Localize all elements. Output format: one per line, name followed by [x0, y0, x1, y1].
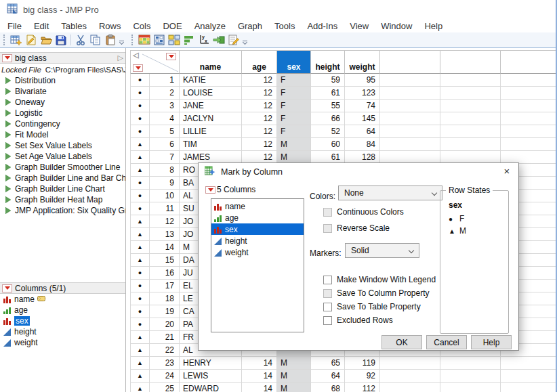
- column-header-sex[interactable]: sex: [277, 51, 311, 74]
- join-tables-icon[interactable]: [211, 33, 226, 47]
- markers-dropdown[interactable]: Solid: [345, 243, 419, 258]
- table-corner-cell[interactable]: ◁: [131, 51, 180, 74]
- row-number[interactable]: 13: [150, 228, 180, 241]
- table-row[interactable]: ● 5 LILLIE 12 F 52 64: [130, 125, 557, 138]
- script-item[interactable]: JMP Application: Six Quality Gra: [0, 205, 125, 216]
- cell-weight[interactable]: 92: [345, 370, 380, 383]
- column-header-name[interactable]: name: [180, 51, 242, 74]
- dialog-column-item-weight[interactable]: weight: [211, 246, 304, 258]
- cell-age[interactable]: 12: [242, 74, 277, 87]
- columns-panel-header[interactable]: Columns (5/1): [0, 282, 125, 294]
- menu-cols[interactable]: Cols: [127, 20, 157, 32]
- cell-weight[interactable]: 112: [345, 383, 380, 392]
- script-item[interactable]: Bivariate: [0, 86, 125, 97]
- new-data-table-icon[interactable]: [9, 33, 24, 47]
- column-item-weight[interactable]: weight: [0, 337, 125, 348]
- cell-age[interactable]: 12: [242, 112, 277, 125]
- cell-sex[interactable]: F: [277, 87, 311, 100]
- cell-sex[interactable]: M: [277, 370, 311, 383]
- cut-icon[interactable]: [73, 33, 88, 47]
- cell-height[interactable]: 61: [311, 87, 345, 100]
- save-icon[interactable]: [54, 33, 68, 47]
- toolbar-grip[interactable]: [131, 35, 135, 45]
- cell-name[interactable]: LOUISE: [180, 87, 242, 100]
- table-menu-icon[interactable]: [2, 54, 12, 62]
- menu-file[interactable]: File: [1, 20, 28, 32]
- menu-addins[interactable]: Add-Ins: [301, 20, 344, 32]
- cell-name[interactable]: TIM: [180, 138, 242, 151]
- row-number[interactable]: 1: [150, 74, 180, 87]
- script-item[interactable]: Graph Builder Smoother Line: [0, 162, 125, 173]
- cell-age[interactable]: 14: [242, 370, 277, 383]
- row-number[interactable]: 5: [150, 125, 180, 138]
- cell-height[interactable]: 68: [311, 383, 345, 392]
- row-number[interactable]: 16: [150, 267, 180, 280]
- column-item-age[interactable]: age: [0, 305, 125, 315]
- columns-corner-menu-icon[interactable]: [166, 53, 176, 60]
- table-row[interactable]: ● 2 LOUISE 12 F 61 123: [130, 87, 557, 100]
- checkbox[interactable]: [323, 289, 332, 298]
- checkbox[interactable]: [323, 303, 332, 311]
- cancel-button[interactable]: Cancel: [426, 335, 467, 349]
- dialog-column-item-sex[interactable]: sex: [211, 223, 304, 235]
- table-row[interactable]: ▲ 6 TIM 12 M 60 84: [130, 138, 557, 151]
- cell-age[interactable]: 12: [242, 125, 277, 138]
- row-number[interactable]: 8: [150, 164, 180, 177]
- collapse-sidebar-icon[interactable]: ▷: [118, 53, 123, 62]
- cell-weight[interactable]: 74: [345, 100, 380, 112]
- row-number[interactable]: 9: [150, 177, 180, 190]
- columns-list-menu-icon[interactable]: [205, 186, 215, 194]
- script-item[interactable]: Contingency: [0, 118, 125, 129]
- row-number[interactable]: 19: [150, 305, 180, 318]
- menu-edit[interactable]: Edit: [28, 20, 55, 32]
- checkbox[interactable]: [323, 224, 332, 233]
- toolbar-overflow-icon[interactable]: [243, 41, 247, 44]
- table-row[interactable]: ● 4 JACLYN 12 F 66 145: [130, 112, 557, 125]
- cell-height[interactable]: 55: [311, 100, 345, 112]
- row-number[interactable]: 4: [150, 112, 180, 125]
- table-panel-header[interactable]: big class ▷: [0, 52, 125, 64]
- row-number[interactable]: 22: [150, 344, 180, 357]
- script-item[interactable]: Set Sex Value Labels: [0, 140, 125, 151]
- row-number[interactable]: 24: [150, 370, 180, 383]
- cell-height[interactable]: 64: [311, 370, 345, 383]
- colors-dropdown[interactable]: None: [338, 186, 442, 200]
- data-table-icon[interactable]: [137, 33, 152, 47]
- cell-weight[interactable]: 145: [345, 112, 380, 125]
- row-number[interactable]: 14: [150, 241, 180, 254]
- dialog-column-item-name[interactable]: name: [211, 200, 304, 212]
- row-number[interactable]: 18: [150, 292, 180, 305]
- dialog-column-item-height[interactable]: height: [211, 235, 304, 246]
- rows-corner-menu-icon[interactable]: [133, 64, 143, 72]
- new-journal-icon[interactable]: [24, 33, 39, 47]
- cell-name[interactable]: LEWIS: [180, 370, 242, 383]
- cell-weight[interactable]: 119: [345, 357, 380, 370]
- row-number[interactable]: 6: [150, 138, 180, 151]
- row-number[interactable]: 17: [150, 280, 180, 292]
- table-row[interactable]: ▲ 24 LEWIS 14 M 64 92: [130, 370, 557, 383]
- row-number[interactable]: 21: [150, 331, 180, 344]
- copy-icon[interactable]: [88, 33, 103, 47]
- row-number[interactable]: 11: [150, 202, 180, 215]
- close-icon[interactable]: ×: [497, 163, 517, 179]
- cell-weight[interactable]: 123: [345, 87, 380, 100]
- cell-height[interactable]: 65: [311, 357, 345, 370]
- row-number[interactable]: 12: [150, 215, 180, 228]
- cell-height[interactable]: 66: [311, 112, 345, 125]
- cell-sex[interactable]: F: [277, 74, 311, 87]
- toolbar-overflow-icon[interactable]: [119, 41, 124, 44]
- cell-age[interactable]: 12: [242, 138, 277, 151]
- dialog-column-listbox[interactable]: name age sex height weight: [211, 198, 304, 332]
- script-item[interactable]: Distribution: [0, 75, 125, 86]
- formula-editor-icon[interactable]: [152, 33, 167, 47]
- row-number[interactable]: 2: [150, 87, 180, 100]
- column-item-height[interactable]: height: [0, 326, 125, 337]
- graph-builder-icon[interactable]: [182, 33, 197, 47]
- cell-age[interactable]: 12: [242, 100, 277, 112]
- table-row[interactable]: ● 3 JANE 12 F 55 74: [130, 100, 557, 112]
- columns-menu-icon[interactable]: [2, 284, 12, 292]
- checkbox[interactable]: [323, 208, 332, 217]
- table-row[interactable]: ▲ 25 EDWARD 14 M 68 112: [130, 383, 557, 392]
- cell-name[interactable]: KATIE: [180, 74, 242, 87]
- cell-sex[interactable]: M: [277, 138, 311, 151]
